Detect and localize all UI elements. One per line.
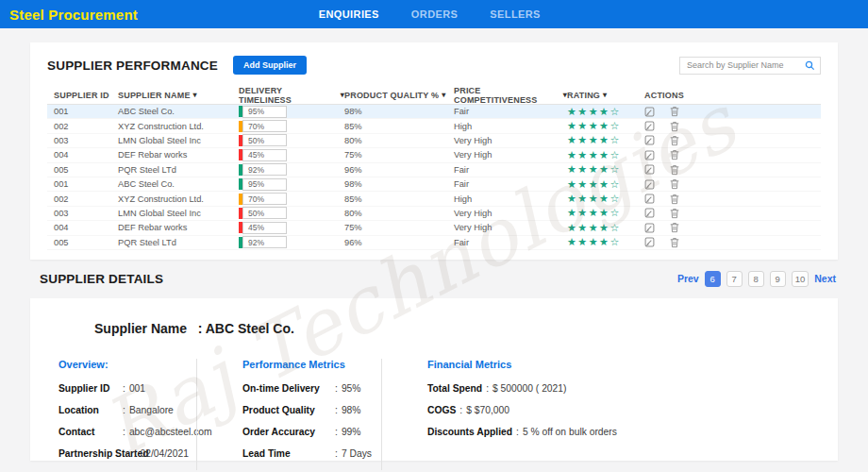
cell-delivery-timeliness: 45% — [239, 149, 344, 161]
table-row[interactable]: 004DEF Rebar works45%75%Very High★★★★☆ — [47, 148, 821, 162]
table-row[interactable]: 001ABC Steel Co.95%98%Fair★★★★☆ — [47, 105, 821, 119]
column-header-6: ACTIONS — [644, 91, 821, 100]
cell-supplier-id: 001 — [54, 107, 118, 116]
cell-rating-stars: ★★★★☆ — [567, 150, 644, 160]
cell-supplier-name: LMN Global Steel Inc — [118, 209, 239, 218]
pagination-page-8[interactable]: 8 — [748, 271, 764, 287]
cell-delivery-timeliness: 92% — [239, 163, 344, 176]
pagination-page-9[interactable]: 9 — [770, 271, 786, 287]
delete-icon[interactable] — [670, 208, 679, 219]
detail-field-colon: : — [459, 405, 462, 415]
cell-supplier-id: 005 — [54, 238, 118, 247]
edit-icon[interactable] — [644, 194, 655, 204]
edit-icon[interactable] — [644, 135, 655, 145]
detail-section-2: Financial MetricsTotal Spend:$ 500000 ( … — [381, 359, 819, 470]
sort-chevron-icon[interactable]: ▾ — [603, 92, 607, 99]
pagination-next[interactable]: Next — [814, 273, 836, 284]
detail-field-value: $ 500000 ( 2021) — [492, 383, 566, 394]
cell-supplier-id: 002 — [54, 194, 118, 204]
detail-field: Total Spend:$ 500000 ( 2021) — [427, 383, 811, 394]
delivery-value-box: 70% — [242, 193, 287, 205]
search-input[interactable] — [687, 60, 805, 70]
table-row[interactable]: 005PQR Steel LTd92%96%Fair★★★★☆ — [47, 163, 821, 177]
cell-delivery-timeliness: 70% — [239, 193, 344, 205]
nav-item-sellers[interactable]: SELLERS — [490, 8, 541, 20]
detail-field-label: Discounts Applied — [427, 427, 512, 437]
cell-rating-stars: ★★★★☆ — [567, 135, 644, 145]
edit-icon[interactable] — [644, 208, 655, 218]
delete-icon[interactable] — [670, 149, 679, 160]
supplier-details-card: Supplier Name : ABC Steel Co. Overview:S… — [30, 298, 838, 461]
sort-chevron-icon[interactable]: ▾ — [193, 92, 197, 99]
column-label: RATING — [567, 91, 600, 100]
delete-icon[interactable] — [670, 222, 679, 233]
pagination-page-10[interactable]: 10 — [792, 271, 810, 287]
delete-icon[interactable] — [670, 194, 679, 205]
delivery-value-box: 95% — [242, 106, 287, 118]
cell-delivery-timeliness: 45% — [239, 222, 344, 234]
edit-icon[interactable] — [644, 223, 655, 233]
delete-icon[interactable] — [670, 164, 679, 176]
column-label: SUPPLIER ID — [54, 91, 109, 100]
cell-price-competitiveness: Fair — [454, 165, 567, 175]
cell-product-quality: 85% — [344, 122, 454, 131]
supplier-search[interactable] — [679, 57, 821, 75]
delete-icon[interactable] — [670, 135, 679, 146]
cell-actions — [644, 237, 821, 248]
delete-icon[interactable] — [670, 178, 679, 190]
cell-actions — [644, 222, 821, 233]
table-row[interactable]: 003LMN Global Steel Inc50%80%Very High★★… — [47, 207, 821, 221]
detail-field-label: Order Accuracy — [242, 427, 331, 437]
cell-rating-stars: ★★★★☆ — [567, 179, 644, 190]
pagination-prev[interactable]: Prev — [677, 273, 699, 284]
add-supplier-button[interactable]: Add Supplier — [233, 56, 307, 75]
nav-item-enquiries[interactable]: ENQUIRIES — [319, 8, 379, 20]
column-header-5: RATING▾ — [567, 91, 644, 100]
pagination-page-6[interactable]: 6 — [705, 271, 721, 287]
detail-field: Partnership Started:02/04/2021 — [58, 448, 189, 459]
cell-delivery-timeliness: 50% — [239, 134, 344, 146]
cell-delivery-timeliness: 95% — [239, 178, 344, 191]
pagination-page-7[interactable]: 7 — [726, 271, 743, 287]
edit-icon[interactable] — [644, 150, 655, 160]
detail-field: COGS:$ $70,000 — [427, 405, 811, 415]
delete-icon[interactable] — [670, 237, 679, 248]
edit-icon[interactable] — [644, 237, 655, 247]
delete-icon[interactable] — [670, 121, 679, 132]
table-row[interactable]: 002XYZ Construction Ltd.70%85%High★★★★☆ — [47, 119, 821, 133]
delete-icon[interactable] — [670, 106, 679, 117]
detail-field-colon: : — [134, 448, 137, 459]
detail-field-label: Lead Time — [242, 448, 331, 459]
cell-rating-stars: ★★★★☆ — [567, 237, 644, 247]
supplier-details-title: SUPPLIER DETAILS — [40, 272, 163, 286]
edit-icon[interactable] — [644, 164, 655, 175]
detail-field-label: Location — [58, 405, 119, 415]
cell-actions — [644, 149, 821, 160]
nav-item-orders[interactable]: ORDERS — [411, 8, 458, 20]
table-row[interactable]: 003LMN Global Steel Inc50%80%Very High★★… — [47, 134, 821, 148]
edit-icon[interactable] — [644, 107, 655, 117]
table-row[interactable]: 001ABC Steel Co.95%98%Fair★★★★☆ — [47, 177, 821, 192]
detail-field: Order Accuracy:99% — [242, 427, 374, 437]
edit-icon[interactable] — [644, 179, 655, 190]
cell-supplier-name: PQR Steel LTd — [118, 238, 239, 247]
detail-field-label: Product Quality — [242, 405, 331, 415]
detail-field: On-time Delivery:95% — [242, 383, 374, 394]
cell-product-quality: 75% — [344, 223, 454, 232]
detail-section-1: Performance MetricsOn-time Delivery:95%P… — [196, 359, 381, 470]
search-icon[interactable] — [805, 60, 815, 71]
table-row[interactable]: 004DEF Rebar works45%75%Very High★★★★☆ — [47, 221, 821, 235]
table-row[interactable]: 002XYZ Construction Ltd.70%85%High★★★★☆ — [47, 192, 821, 206]
detail-field-colon: : — [123, 383, 125, 394]
edit-icon[interactable] — [644, 121, 655, 131]
cell-supplier-name: DEF Rebar works — [118, 223, 239, 232]
cell-supplier-name: ABC Steel Co. — [118, 179, 239, 189]
detail-field-colon: : — [123, 405, 125, 415]
cell-supplier-name: PQR Steel LTd — [118, 165, 239, 175]
sort-chevron-icon[interactable]: ▾ — [442, 92, 445, 99]
column-header-4: PRICE COMPETITIVENESS▾ — [454, 86, 567, 105]
detail-field: Supplier ID:001 — [58, 383, 189, 394]
cell-supplier-name: ABC Steel Co. — [118, 107, 239, 116]
table-row[interactable]: 005PQR Steel LTd92%96%Fair★★★★☆ — [47, 236, 821, 250]
column-label: PRICE COMPETITIVENESS — [454, 86, 560, 105]
